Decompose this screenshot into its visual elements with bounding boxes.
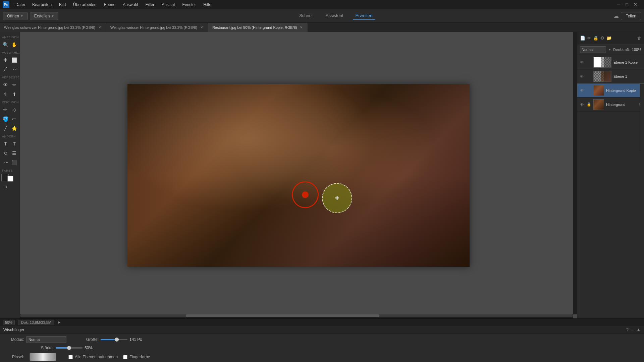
pinsel-label: Pinsel: <box>4 355 24 359</box>
strength-slider-track[interactable] <box>56 347 83 349</box>
tool-layers[interactable]: ☰ <box>10 149 19 158</box>
menu-fenster[interactable]: Fenster <box>179 2 200 8</box>
tab-1-close[interactable]: ✕ <box>97 25 102 29</box>
layers-icon-folder[interactable]: 📁 <box>606 36 612 41</box>
layer-thumb2-ebene1kopie <box>601 57 611 68</box>
bottom-panel: Wischfinger ? ··· ▲ Modus: Normal Aufhel… <box>0 326 644 362</box>
tool-zoom[interactable]: 🔍 <box>1 40 10 49</box>
menu-datei[interactable]: Datei <box>12 2 28 8</box>
strength-slider-thumb[interactable] <box>67 346 71 350</box>
layers-icon-brush[interactable]: ✏ <box>587 36 591 41</box>
tool-clone[interactable]: ⬆ <box>10 90 19 99</box>
tool-brush[interactable]: ✏ <box>10 80 19 89</box>
size-slider-fill <box>101 339 117 340</box>
tool-hand[interactable]: ✋ <box>10 40 19 49</box>
tool-heal[interactable]: ⚕ <box>1 90 10 99</box>
size-slider-thumb[interactable] <box>115 338 119 342</box>
layers-icon-adjustment[interactable]: ⚙ <box>600 36 604 41</box>
blend-dropdown-arrow: ▼ <box>608 48 611 51</box>
create-button[interactable]: Erstellen ▼ <box>30 12 59 20</box>
background-color[interactable] <box>7 176 13 182</box>
alle-ebenen-label: Alle Ebenen aufnehmen <box>75 355 118 359</box>
tool-redeye[interactable]: 👁 <box>1 80 10 89</box>
layers-trash-icon[interactable]: 🗑 <box>637 36 641 41</box>
layer-vis-ebene1kopie[interactable]: 👁 <box>579 60 585 65</box>
tool-blur[interactable]: ⬛ <box>10 158 19 167</box>
tool-eraser[interactable]: ◇ <box>10 105 19 114</box>
blend-mode-select[interactable]: Normal Multiplizieren Bildschirm Überlag… <box>580 46 606 53</box>
tool-color-reset[interactable]: ⊙ <box>1 182 10 191</box>
opacity-label: Deckkraft: <box>613 48 630 52</box>
starke-label: Stärke: <box>34 346 54 350</box>
layer-item-hg[interactable]: 👁 🔒 Hintergrund ⚙ <box>577 98 644 112</box>
layer-item-ebene1[interactable]: 👁 Ebene 1 <box>577 69 644 83</box>
collapse-icon[interactable]: ▲ <box>636 327 641 332</box>
fingerfarbe-checkbox[interactable] <box>123 355 127 359</box>
more-icon[interactable]: ··· <box>631 327 634 332</box>
alle-ebenen-checkbox[interactable] <box>68 355 73 359</box>
selection-target-red <box>292 181 319 208</box>
menu-ebene[interactable]: Ebene <box>100 2 119 8</box>
tool-name-bar: Wischfinger ? ··· ▲ <box>0 326 644 334</box>
tool-pen[interactable]: 🖊 <box>1 65 10 74</box>
menu-filter[interactable]: Filter <box>142 2 158 8</box>
menu-auswahl[interactable]: Auswahl <box>119 2 141 8</box>
layer-name-ebene1kopie: Ebene 1 Kopie <box>613 60 642 64</box>
tool-pencil[interactable]: ✏ <box>1 105 10 114</box>
tool-star[interactable]: ⭐ <box>10 124 19 133</box>
menu-hilfe[interactable]: Hilfe <box>200 2 215 8</box>
menu-ansicht[interactable]: Ansicht <box>158 2 178 8</box>
tool-options: Modus: Normal Aufhellen Abdunkeln Größe: <box>0 334 644 362</box>
layer-item-hgkopie[interactable]: 👁 Hintergrund Kopie <box>577 83 644 98</box>
layer-vis-hg[interactable]: 👁 <box>579 102 585 107</box>
size-slider-track[interactable] <box>101 339 127 340</box>
maximize-button[interactable]: □ <box>624 1 630 8</box>
menu-bild[interactable]: Bild <box>56 2 69 8</box>
tool-line[interactable]: ╱ <box>1 124 10 133</box>
layer-vis-ebene1[interactable]: 👁 <box>579 74 585 79</box>
zoom-value[interactable]: 50% <box>3 320 15 325</box>
tool-type2[interactable]: T <box>10 139 19 148</box>
tool-shape[interactable]: 〰 <box>10 65 19 74</box>
minimize-button[interactable]: ─ <box>615 1 622 8</box>
layer-item-ebene1kopie[interactable]: 👁 Ebene 1 Kopie <box>577 55 644 69</box>
tab-erweitert[interactable]: Erweitert <box>353 12 375 20</box>
tool-type[interactable]: T <box>1 139 10 148</box>
h-scrollbar[interactable] <box>20 314 573 318</box>
v-scrollbar[interactable] <box>573 32 577 314</box>
alle-ebenen-row[interactable]: Alle Ebenen aufnehmen <box>68 355 118 359</box>
tool-rect[interactable]: ▭ <box>10 115 19 123</box>
tab-file-3[interactable]: Restaurant.jpg bei 50% (Hintergrund Kopi… <box>208 23 308 32</box>
fingerfarbe-row[interactable]: Fingerfarbe <box>123 355 150 359</box>
tab-assistent[interactable]: Assistent <box>323 12 346 20</box>
canvas-area[interactable]: + <box>20 32 577 318</box>
layers-icon-lock[interactable]: 🔒 <box>593 36 598 41</box>
tab-schnell[interactable]: Schnell <box>297 12 316 20</box>
help-icon[interactable]: ? <box>626 327 629 332</box>
canvas-background: + <box>127 84 470 267</box>
h-scroll-track[interactable] <box>20 314 573 317</box>
tool-fill[interactable]: 🪣 <box>1 115 10 123</box>
app-icon: Ps <box>3 1 9 8</box>
tab-file-1[interactable]: Weinglas schwarzer Hintergrund.jpg bei 3… <box>0 23 106 32</box>
tab-3-close[interactable]: ✕ <box>299 25 304 29</box>
modus-select[interactable]: Normal Aufhellen Abdunkeln <box>26 336 66 343</box>
layer-list: 👁 Ebene 1 Kopie 👁 Ebene 1 👁 Hintergrund … <box>577 55 644 318</box>
tool-lasso[interactable]: ⬜ <box>10 56 19 64</box>
layer-vis-hgkopie[interactable]: 👁 <box>579 88 585 93</box>
tool-marquee[interactable]: ✚ <box>1 56 10 64</box>
close-button[interactable]: ✕ <box>632 1 639 8</box>
open-button[interactable]: Öffnen ▼ <box>3 12 28 20</box>
tab-file-2[interactable]: Weinglas weisser Hintergrund.jpg bei 33.… <box>106 23 208 32</box>
tool-smudge[interactable]: 〰 <box>1 158 10 167</box>
tab-2-close[interactable]: ✕ <box>199 25 204 29</box>
menu-ueberarbeiten[interactable]: Überarbeiten <box>70 2 100 8</box>
h-scroll-thumb[interactable] <box>186 314 379 317</box>
layers-scrollbar[interactable] <box>640 84 644 151</box>
tool-transform[interactable]: ⟲ <box>1 149 10 158</box>
tool-section-andern: ÄNDERN <box>1 133 18 139</box>
menu-bearbeiten[interactable]: Bearbeiten <box>29 2 55 8</box>
cloud-icon: ☁ <box>613 13 619 19</box>
share-button[interactable]: Teilen <box>621 12 641 20</box>
layers-icon-new-doc[interactable]: 📄 <box>580 36 585 41</box>
